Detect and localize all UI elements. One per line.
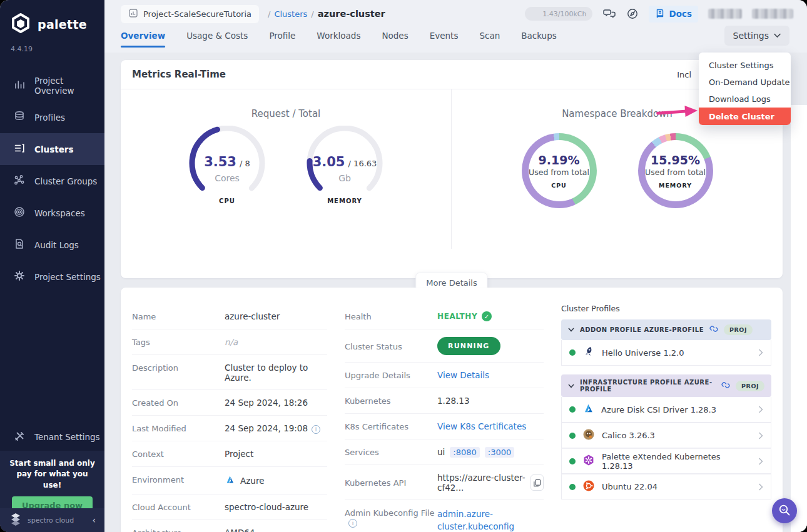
status-row-kubeconfig: Admin Kubeconfig Filei admin.azure-clust… bbox=[345, 500, 544, 532]
menu-item-download-logs[interactable]: Download Logs bbox=[699, 91, 791, 108]
project-icon bbox=[128, 8, 138, 20]
sidebar-item-project-overview[interactable]: Project Overview bbox=[0, 69, 104, 101]
infrastructure-profile-header[interactable]: INFRASTRUCTURE PROFILE AZURE-PROFILE PRO… bbox=[561, 374, 771, 397]
request-total-title: Request / Total bbox=[121, 108, 451, 119]
detail-row-description: DescriptionCluster to deploy to Azure. bbox=[132, 355, 327, 390]
copy-button[interactable] bbox=[530, 474, 544, 491]
profile-item-calico[interactable]: Calico 3.26.3 bbox=[561, 423, 771, 448]
profile-item-ubuntu[interactable]: Ubuntu 22.04 bbox=[561, 474, 771, 499]
sidebar-item-project-settings[interactable]: Project Settings bbox=[0, 261, 104, 293]
service-port-link[interactable]: :8080 bbox=[450, 447, 479, 458]
docs-button[interactable]: Docs bbox=[649, 6, 698, 23]
annotation-arrow bbox=[655, 104, 699, 121]
breadcrumb: / Clusters / azure-cluster bbox=[268, 9, 385, 19]
cluster-profiles-column: Cluster Profiles ADDON PROFILE AZURE-PRO… bbox=[561, 304, 771, 532]
detail-row-architecture: ArchitectureAMD64 bbox=[132, 520, 327, 532]
main-area: Project-ScaleSecureTutoria / Clusters / … bbox=[104, 0, 807, 532]
memory-gauge-total: / 16.63 bbox=[348, 159, 377, 168]
spectro-cloud-label: spectro cloud bbox=[28, 516, 74, 524]
cpu-donut-label: CPU bbox=[551, 182, 567, 189]
sidebar-item-tenant-settings[interactable]: Tenant Settings bbox=[0, 423, 104, 451]
sidebar-item-clusters[interactable]: Clusters bbox=[0, 133, 104, 165]
cpu-gauge-value: 3.53 bbox=[204, 154, 236, 169]
info-icon[interactable]: i bbox=[312, 425, 320, 434]
sidebar-item-label: Project Overview bbox=[34, 76, 104, 96]
detail-row-tags: Tagsn/a bbox=[132, 329, 327, 355]
breadcrumb-clusters-link[interactable]: Clusters bbox=[274, 9, 307, 19]
document-search-icon bbox=[13, 238, 26, 252]
chevron-down-icon bbox=[568, 384, 574, 388]
chevron-down-icon bbox=[568, 328, 574, 332]
memory-donut: 15.95% Used from total MEMORY bbox=[638, 133, 713, 208]
tab-overview[interactable]: Overview bbox=[121, 31, 165, 42]
chevron-right-icon bbox=[758, 432, 763, 439]
status-column: Health HEALTHY✓ Cluster Status RUNNING U… bbox=[345, 304, 544, 532]
upgrade-promo: Start small and only pay for what you us… bbox=[0, 451, 104, 508]
sidebar-item-cluster-groups[interactable]: Cluster Groups bbox=[0, 165, 104, 197]
scope-badge: PROJ bbox=[736, 381, 764, 391]
sidebar-item-audit-logs[interactable]: Audit Logs bbox=[0, 229, 104, 261]
profile-item-azure-csi[interactable]: Azure Disk CSI Driver 1.28.3 bbox=[561, 397, 771, 423]
profile-item-palette-extended-k8s[interactable]: Palette eXtended Kubernetes 1.28.13 bbox=[561, 448, 771, 474]
sidebar-item-label: Project Settings bbox=[34, 272, 101, 282]
status-row-certificates: K8s CertificatesView K8s Certificates bbox=[345, 414, 544, 439]
profile-item-hello-universe[interactable]: Hello Universe 1.2.0 bbox=[561, 340, 771, 366]
version-label: 4.4.19 bbox=[0, 36, 104, 53]
tab-usage-costs[interactable]: Usage & Costs bbox=[186, 31, 248, 42]
memory-donut-label: MEMORY bbox=[659, 182, 692, 189]
sidebar-item-label: Cluster Groups bbox=[34, 176, 97, 186]
service-port-link[interactable]: :3000 bbox=[485, 447, 514, 458]
info-icon[interactable]: i bbox=[348, 519, 357, 528]
sidebar-item-label: Tenant Settings bbox=[34, 432, 100, 442]
sidebar-item-profiles[interactable]: Profiles bbox=[0, 101, 104, 133]
bar-chart-icon bbox=[13, 78, 26, 93]
memory-gauge-value: 3.05 bbox=[313, 154, 345, 169]
tab-workloads[interactable]: Workloads bbox=[317, 31, 360, 42]
project-selector[interactable]: Project-ScaleSecureTutoria bbox=[121, 5, 259, 23]
tab-events[interactable]: Events bbox=[430, 31, 459, 42]
sidebar: palette 4.4.19 Project Overview Profiles… bbox=[0, 0, 104, 532]
status-row-upgrade: Upgrade DetailsView Details bbox=[345, 363, 544, 388]
brand: palette bbox=[0, 0, 104, 36]
view-certificates-link[interactable]: View K8s Certificates bbox=[437, 421, 526, 431]
cpu-gauge-total: / 8 bbox=[240, 159, 250, 168]
calico-icon bbox=[582, 428, 595, 443]
breadcrumb-separator: / bbox=[268, 9, 270, 19]
tab-nodes[interactable]: Nodes bbox=[382, 31, 408, 42]
menu-item-delete-cluster[interactable]: Delete Cluster bbox=[699, 108, 791, 125]
link-icon bbox=[709, 324, 718, 336]
clusters-list-icon bbox=[13, 142, 26, 156]
overview-column: Nameazure-cluster Tagsn/a DescriptionClu… bbox=[132, 304, 327, 532]
cpu-donut-percent: 9.19% bbox=[539, 153, 580, 167]
redacted-user-info bbox=[708, 9, 742, 19]
azure-icon bbox=[582, 403, 594, 417]
tab-backups[interactable]: Backups bbox=[521, 31, 557, 42]
status-row-api: Kubernetes API https://azure-cluster-cf4… bbox=[345, 465, 544, 500]
menu-item-on-demand-update[interactable]: On-Demand Update bbox=[699, 74, 791, 91]
menu-item-cluster-settings[interactable]: Cluster Settings bbox=[699, 57, 791, 74]
kubeconfig-download-link[interactable]: admin.azure-cluster.kubeconfig bbox=[437, 508, 531, 532]
tab-scan[interactable]: Scan bbox=[479, 31, 500, 42]
collapse-sidebar-icon[interactable]: ‹ bbox=[92, 515, 96, 525]
check-icon: ✓ bbox=[482, 311, 492, 321]
breadcrumb-separator: / bbox=[311, 9, 313, 19]
api-url: https://azure-cluster-cf42... bbox=[437, 473, 525, 493]
tab-profile[interactable]: Profile bbox=[269, 31, 295, 42]
view-details-link[interactable]: View Details bbox=[437, 370, 489, 380]
sidebar-item-label: Audit Logs bbox=[34, 240, 79, 250]
addon-profile-header[interactable]: ADDON PROFILE AZURE-PROFILE PROJ bbox=[561, 319, 771, 340]
assistant-search-button[interactable] bbox=[772, 498, 797, 523]
status-dot bbox=[569, 484, 576, 490]
detail-row-context: ContextProject bbox=[132, 441, 327, 467]
metrics-title: Metrics Real-Time bbox=[132, 69, 226, 80]
cpu-gauge: 3.53 / 8 Cores CPU bbox=[175, 126, 279, 204]
layers-icon bbox=[13, 110, 26, 124]
chat-icon[interactable] bbox=[602, 7, 616, 21]
compass-icon[interactable] bbox=[626, 8, 639, 20]
cluster-profiles-title: Cluster Profiles bbox=[561, 304, 771, 313]
health-status: HEALTHY bbox=[437, 312, 477, 321]
status-row-services: Services ui:8080:3000 bbox=[345, 439, 544, 465]
settings-button[interactable]: Settings bbox=[724, 26, 789, 46]
chevron-right-icon bbox=[758, 349, 763, 356]
sidebar-item-workspaces[interactable]: Workspaces bbox=[0, 197, 104, 229]
